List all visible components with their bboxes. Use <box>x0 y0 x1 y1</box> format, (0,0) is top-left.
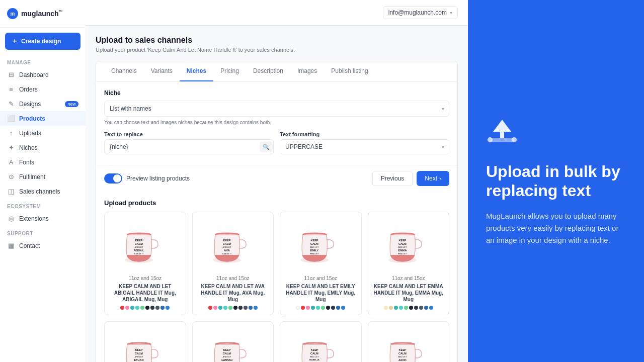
svg-text:KEEP: KEEP <box>311 348 318 351</box>
sidebar-item-contact[interactable]: ▦ Contact <box>0 238 86 253</box>
product-card-isabella: KEEP CALM AND LET ISABELLA HANDLE IT 11o… <box>280 321 362 362</box>
create-design-button[interactable]: ＋ Create design <box>5 33 80 50</box>
preview-toggle[interactable] <box>104 173 122 184</box>
niche-hint: You can choose text and images niches be… <box>104 120 449 125</box>
mug-image-hannah: KEEP CALM AND LET HANNAH HANDLE IT <box>198 327 269 362</box>
uploads-icon: ↑ <box>7 129 15 137</box>
product-card-hannah: KEEP CALM AND LET HANNAH HANDLE IT 11oz … <box>192 321 274 362</box>
svg-text:EMILY: EMILY <box>310 249 319 252</box>
svg-text:EMMA: EMMA <box>398 249 407 252</box>
tab-publish[interactable]: Publish listing <box>324 61 375 81</box>
product-grid: KEEP CALM AND LET ABIGAIL HANDLE IT 11oz… <box>96 212 457 362</box>
svg-text:KEEP: KEEP <box>223 239 230 242</box>
product-size: 11oz and 15oz <box>285 276 356 281</box>
account-button[interactable]: info@muglaunch.com ▾ <box>383 6 458 19</box>
contact-icon: ▦ <box>7 242 15 249</box>
mug-image-abigail: KEEP CALM AND LET ABIGAIL HANDLE IT <box>110 217 181 273</box>
dashboard-icon: ⊟ <box>7 71 15 78</box>
svg-marker-51 <box>493 120 511 138</box>
svg-text:KEEP: KEEP <box>223 348 230 351</box>
chevron-down-icon: ▾ <box>450 10 452 16</box>
product-card-ava: KEEP CALM AND LET AVA HANDLE IT 11oz and… <box>192 212 274 315</box>
preview-row: Preview listing products Previous Next › <box>96 165 457 192</box>
niches-icon: ✦ <box>7 144 15 151</box>
logo-icon: m <box>7 8 18 19</box>
mug-image-isabella: KEEP CALM AND LET ISABELLA HANDLE IT <box>285 327 356 362</box>
text-replace-input[interactable] <box>104 139 274 154</box>
svg-text:HANDLE IT: HANDLE IT <box>310 253 319 255</box>
arrow-icon: › <box>439 175 441 182</box>
svg-text:ISABELLA: ISABELLA <box>309 358 319 361</box>
preview-label: Preview listing products <box>126 175 190 182</box>
text-format-group: Text formatting UPPERCASE Lowercase Titl… <box>280 131 449 157</box>
format-select-wrapper: UPPERCASE Lowercase Title Case ▾ <box>280 139 449 154</box>
tab-niches[interactable]: Niches <box>180 61 213 81</box>
next-button[interactable]: Next › <box>417 171 449 186</box>
svg-text:AND LET: AND LET <box>398 355 407 358</box>
sidebar-item-orders[interactable]: ≡ Orders <box>0 82 86 97</box>
right-panel: Upload in bulk by replacing text MugLaun… <box>468 0 644 362</box>
panel-body: MugLaunch allows you to upload many prod… <box>486 210 626 246</box>
previous-button[interactable]: Previous <box>372 171 413 186</box>
logo-text: muglaunch™ <box>21 10 63 18</box>
svg-text:HANNAH: HANNAH <box>221 358 232 361</box>
sidebar-item-fulfilment[interactable]: ⊙ Fulfilment <box>0 169 86 184</box>
search-button[interactable]: 🔍 <box>260 142 273 152</box>
svg-text:AND LET: AND LET <box>398 246 407 248</box>
sidebar-item-fonts[interactable]: A Fonts <box>0 155 86 169</box>
main-content: Upload to sales channels Upload your pro… <box>86 26 468 362</box>
sidebar-item-niches[interactable]: ✦ Niches <box>0 140 86 155</box>
sidebar-item-extensions[interactable]: ◎ Extensions <box>0 211 86 226</box>
svg-text:CALM: CALM <box>135 242 143 245</box>
text-replace-group: Text to replace 🔍 <box>104 131 274 154</box>
svg-text:KEEP: KEEP <box>398 239 406 242</box>
tab-variants[interactable]: Variants <box>144 61 180 81</box>
tab-channels[interactable]: Channels <box>104 61 144 81</box>
sidebar-item-designs[interactable]: ✎ Designs new <box>0 97 86 111</box>
text-replace-input-wrapper: 🔍 <box>104 139 274 154</box>
account-email: info@muglaunch.com <box>388 9 447 16</box>
upload-icon-wrapper <box>486 116 518 150</box>
niche-select[interactable]: List with names <box>104 101 449 117</box>
tab-images[interactable]: Images <box>290 61 324 81</box>
svg-text:AND LET: AND LET <box>135 355 143 358</box>
svg-text:AND LET: AND LET <box>310 246 319 248</box>
fonts-icon: A <box>7 158 15 166</box>
mug-image-emma: KEEP CALM AND LET EMMA HANDLE IT <box>373 217 444 273</box>
svg-text:HANDLE IT: HANDLE IT <box>134 253 144 255</box>
tab-pricing[interactable]: Pricing <box>213 61 246 81</box>
svg-text:KEEP: KEEP <box>135 348 143 351</box>
sales-channels-icon: ◫ <box>7 188 15 195</box>
product-name: KEEP CALM AND LET AVA HANDLE IT Mug, AVA… <box>198 283 269 303</box>
sidebar-item-products[interactable]: ⬜ Products <box>0 111 86 126</box>
main-header: info@muglaunch.com ▾ <box>86 0 468 26</box>
product-card-emma: KEEP CALM AND LET EMMA HANDLE IT 11oz an… <box>368 212 450 315</box>
product-size: 11oz and 15oz <box>110 276 181 281</box>
svg-text:KEEP: KEEP <box>398 348 406 351</box>
product-size: 11oz and 15oz <box>373 276 444 281</box>
svg-point-50 <box>512 137 517 142</box>
sidebar-item-uploads[interactable]: ↑ Uploads <box>0 126 86 140</box>
svg-rect-48 <box>490 138 514 142</box>
mug-image-jack: KEEP CALM AND LET JACK HANDLE IT <box>373 327 444 362</box>
svg-text:CALM: CALM <box>398 242 407 245</box>
svg-text:CALM: CALM <box>223 242 231 245</box>
svg-text:CALM: CALM <box>135 352 143 355</box>
svg-text:AND LET: AND LET <box>222 355 231 358</box>
color-swatches <box>285 306 356 310</box>
svg-text:AND LET: AND LET <box>222 246 231 248</box>
page-title: Upload to sales channels <box>96 36 458 45</box>
main-area: info@muglaunch.com ▾ Upload to sales cha… <box>86 0 468 362</box>
sidebar-item-dashboard[interactable]: ⊟ Dashboard <box>0 67 86 82</box>
sidebar-item-sales-channels[interactable]: ◫ Sales channels <box>0 184 86 199</box>
niche-select-wrapper: List with names ▾ <box>104 101 449 117</box>
product-card-jack: KEEP CALM AND LET JACK HANDLE IT 11oz an… <box>368 321 450 362</box>
text-format-label: Text formatting <box>280 131 449 137</box>
mug-image-emily: KEEP CALM AND LET EMILY HANDLE IT <box>285 217 356 273</box>
tab-description[interactable]: Description <box>246 61 290 81</box>
svg-text:HANDLE IT: HANDLE IT <box>398 253 408 255</box>
sidebar: m muglaunch™ ＋ Create design MANAGE ⊟ Da… <box>0 0 86 362</box>
svg-text:CALM: CALM <box>310 242 318 245</box>
format-select[interactable]: UPPERCASE Lowercase Title Case <box>280 139 449 154</box>
svg-text:AND LET: AND LET <box>135 246 143 248</box>
